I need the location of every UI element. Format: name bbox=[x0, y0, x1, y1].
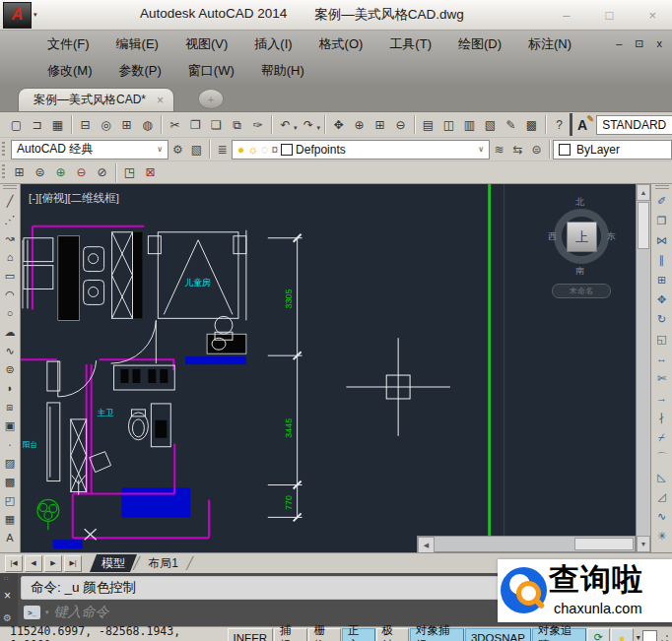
move-icon[interactable]: ✥ bbox=[653, 291, 670, 307]
lineweight-bulb-icon[interactable]: ● bbox=[611, 628, 634, 641]
layout-tab-0[interactable]: 模型 bbox=[90, 554, 137, 572]
web-icon[interactable]: ◍ bbox=[138, 115, 157, 134]
copy-icon[interactable]: ❐ bbox=[186, 115, 205, 134]
paste-special-icon[interactable]: ⧉ bbox=[228, 115, 246, 134]
toolbar-grip[interactable] bbox=[2, 142, 5, 158]
properties-icon[interactable]: ▤ bbox=[419, 115, 437, 134]
trim-icon[interactable]: ✄ bbox=[653, 370, 670, 386]
viewcube-west-label[interactable]: 西 bbox=[548, 230, 557, 243]
undo-dropdown-icon[interactable]: ▾ bbox=[294, 124, 298, 132]
layer-vp-freeze-icon[interactable]: ◌ bbox=[261, 143, 268, 157]
chevron-down-icon[interactable]: ▾ bbox=[45, 609, 49, 616]
table-icon[interactable]: ▦ bbox=[2, 511, 19, 527]
menu-item-row1-4[interactable]: 格式(O) bbox=[319, 35, 364, 53]
mdi-minimize-icon[interactable]: – bbox=[616, 37, 622, 50]
open-icon[interactable]: ⊐ bbox=[28, 115, 46, 134]
toggle-3dosnap[interactable]: 3DOSNAP bbox=[465, 628, 531, 641]
view-add-icon[interactable]: ⊕ bbox=[51, 163, 70, 182]
autocad-logo-icon[interactable]: A bbox=[3, 2, 32, 29]
viewcube-ucs-dropdown[interactable]: 未命名 bbox=[552, 284, 611, 298]
rotate-icon[interactable]: ↻ bbox=[653, 311, 670, 327]
layer-states-icon[interactable]: ≋ bbox=[490, 140, 508, 159]
view-remove-icon[interactable]: ⊖ bbox=[72, 163, 91, 182]
clean-screen-button[interactable] bbox=[642, 630, 658, 641]
previous-tab-button[interactable]: ◀ bbox=[25, 555, 42, 572]
viewcube-top-face[interactable]: 上 bbox=[567, 222, 597, 252]
customize-icon[interactable]: ⚙ bbox=[3, 612, 12, 623]
spline-icon[interactable]: ∿ bbox=[2, 343, 19, 358]
scroll-down-icon[interactable]: ▼ bbox=[637, 536, 650, 552]
array-icon[interactable]: ⊞ bbox=[653, 272, 670, 288]
layer-properties-icon[interactable]: ≣ bbox=[213, 140, 232, 159]
mirror-icon[interactable]: ⋈ bbox=[653, 232, 670, 248]
mdi-restore-icon[interactable]: ⊡ bbox=[635, 37, 643, 50]
redo-icon[interactable]: ↷ bbox=[300, 115, 318, 134]
workspace-save-icon[interactable]: ▧ bbox=[187, 140, 206, 159]
command-close-icon[interactable]: × bbox=[4, 589, 11, 603]
menu-item-row1-2[interactable]: 视图(V) bbox=[185, 35, 228, 53]
match-properties-icon[interactable]: ✑ bbox=[248, 115, 267, 134]
new-icon[interactable]: ▢ bbox=[7, 115, 26, 134]
horizontal-scroll-thumb[interactable] bbox=[574, 538, 634, 550]
layer-on-icon[interactable]: ● bbox=[237, 143, 244, 157]
join-icon[interactable]: ⌒ bbox=[653, 449, 670, 465]
named-views-icon[interactable]: ⊜ bbox=[31, 163, 49, 182]
help-icon[interactable]: ? bbox=[550, 115, 569, 134]
stretch-icon[interactable]: ↔ bbox=[653, 351, 670, 366]
resize-grip-icon[interactable] bbox=[657, 631, 670, 641]
viewcube-east-label[interactable]: 东 bbox=[607, 230, 616, 243]
cut-icon[interactable]: ✂ bbox=[166, 115, 184, 134]
chamfer-icon[interactable]: ◺ bbox=[653, 469, 670, 484]
designcenter-icon[interactable]: ◫ bbox=[439, 115, 458, 134]
toggle-polar[interactable]: 极轴 bbox=[376, 628, 409, 641]
minimize-button[interactable]: – bbox=[563, 8, 570, 23]
markup-icon[interactable]: ✎ bbox=[502, 115, 520, 134]
command-input-placeholder[interactable]: 键入命令 bbox=[54, 604, 109, 621]
tab-close-icon[interactable]: × bbox=[157, 94, 164, 107]
layer-previous-icon[interactable]: ⇆ bbox=[508, 140, 527, 159]
ellipse-arc-icon[interactable]: ◗ bbox=[2, 380, 19, 396]
point-icon[interactable]: ∙ bbox=[2, 436, 19, 452]
menu-item-row1-5[interactable]: 工具(T) bbox=[389, 35, 432, 53]
insert-block-icon[interactable]: ⧈ bbox=[2, 399, 19, 415]
quick-calc-icon[interactable]: ▩ bbox=[522, 115, 541, 134]
scroll-left-icon[interactable]: ◀ bbox=[418, 537, 435, 552]
viewport-controls-label[interactable]: [-][俯视][二维线框] bbox=[29, 191, 119, 206]
region-icon[interactable]: ◰ bbox=[2, 492, 19, 508]
scroll-up-icon[interactable]: ▲ bbox=[637, 184, 650, 201]
zoom-realtime-icon[interactable]: ⊕ bbox=[350, 115, 369, 134]
menu-item-row1-3[interactable]: 插入(I) bbox=[254, 35, 292, 53]
drawing-canvas[interactable]: [-][俯视][二维线框] bbox=[21, 184, 636, 552]
explode-icon[interactable]: ✳ bbox=[653, 528, 670, 544]
break-at-point-icon[interactable]: ∤ bbox=[653, 410, 670, 425]
text-style-dropdown[interactable]: STANDARD bbox=[596, 115, 672, 135]
multiline-text-icon[interactable]: A bbox=[2, 530, 19, 545]
fillet-icon[interactable]: ◿ bbox=[653, 488, 670, 504]
layout-tab-1[interactable]: 布局1 bbox=[136, 554, 190, 572]
last-tab-button[interactable]: ▶| bbox=[64, 555, 82, 572]
menu-item-row1-7[interactable]: 标注(N) bbox=[528, 35, 571, 53]
new-tab-button[interactable]: + bbox=[198, 89, 224, 109]
gradient-icon[interactable]: ▩ bbox=[2, 474, 19, 489]
transparency-icon[interactable]: ⟳ bbox=[587, 628, 610, 641]
paste-icon[interactable]: ❏ bbox=[207, 115, 226, 134]
rectangle-icon[interactable]: ▭ bbox=[2, 268, 19, 284]
workspace-settings-icon[interactable]: ⚙ bbox=[168, 140, 187, 159]
toggle-ortho[interactable]: 正交 bbox=[342, 628, 374, 641]
hatch-icon[interactable]: ▨ bbox=[2, 455, 19, 471]
toggle-otrack[interactable]: 对象追踪 bbox=[532, 628, 586, 641]
menu-item-row2-2[interactable]: 窗口(W) bbox=[188, 62, 235, 80]
redo-dropdown-icon[interactable]: ▾ bbox=[317, 124, 321, 132]
revision-cloud-icon[interactable]: ☁ bbox=[2, 324, 19, 340]
ellipse-icon[interactable]: ⊜ bbox=[2, 361, 19, 377]
toolbar-grip[interactable] bbox=[3, 185, 17, 190]
drag-grip-icon[interactable]: ∷ bbox=[4, 575, 9, 583]
document-tab[interactable]: 案例—美式风格CAD* × bbox=[18, 88, 174, 111]
view-cube[interactable]: 北 南 东 西 上 未命名 bbox=[547, 194, 616, 302]
next-tab-button[interactable]: ▶ bbox=[44, 555, 62, 572]
vertical-scrollbar[interactable]: ▲ ▼ bbox=[636, 184, 650, 552]
menu-item-row1-6[interactable]: 绘图(D) bbox=[458, 35, 502, 53]
scroll-track[interactable] bbox=[637, 250, 650, 536]
layer-isolate-icon[interactable]: ⊜ bbox=[527, 140, 546, 159]
menu-item-row2-0[interactable]: 修改(M) bbox=[47, 62, 93, 80]
